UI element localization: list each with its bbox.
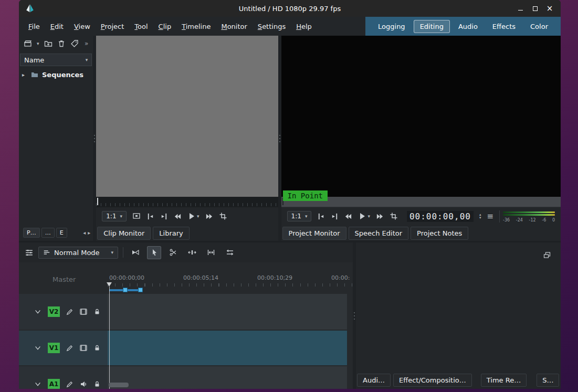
bin-tree[interactable]: ▸ Sequences xyxy=(19,66,93,226)
clip-monitor-seekbar[interactable] xyxy=(96,197,278,207)
zone-insert-icon[interactable] xyxy=(132,212,141,220)
video-track-icon[interactable] xyxy=(79,308,88,316)
add-clip-icon[interactable] xyxy=(24,39,32,48)
loop-zone-icon[interactable] xyxy=(219,212,227,220)
menu-tool[interactable]: Tool xyxy=(129,20,153,33)
collapse-track-icon[interactable] xyxy=(34,308,42,315)
playhead[interactable] xyxy=(109,287,110,389)
timeline-zone-bar[interactable] xyxy=(108,287,353,294)
zone-handle[interactable] xyxy=(138,288,143,292)
titlebar[interactable]: Untitled / HD 1080p 29.97 fps × xyxy=(19,0,561,17)
menu-clip[interactable]: Clip xyxy=(153,20,177,33)
tab-project-notes[interactable]: Project Notes xyxy=(411,227,468,240)
close-button[interactable]: × xyxy=(546,5,553,12)
tab-effect-composition-stack[interactable]: Effect/Compositio… xyxy=(393,374,472,387)
tab-project-monitor[interactable]: Project Monitor xyxy=(282,227,346,240)
collapse-track-icon[interactable] xyxy=(34,380,42,388)
timeline-horizontal-scrollbar[interactable] xyxy=(109,383,129,387)
timeline-settings-icon[interactable] xyxy=(25,248,34,257)
mix-clips-icon[interactable] xyxy=(128,246,142,259)
edit-track-icon[interactable] xyxy=(66,308,73,316)
tags-icon[interactable] xyxy=(70,39,79,48)
track-lane-v2[interactable] xyxy=(108,294,347,330)
video-track-icon[interactable] xyxy=(79,344,88,352)
monitor-menu-icon[interactable]: ≡ xyxy=(487,211,493,221)
tab-scroll-left-icon[interactable]: ◂ xyxy=(83,230,86,236)
menu-timeline[interactable]: Timeline xyxy=(176,20,216,33)
zone-handle[interactable] xyxy=(123,288,128,292)
timecode-spinner[interactable]: ▴ ▾ xyxy=(479,214,481,219)
menu-help[interactable]: Help xyxy=(291,20,317,33)
minimize-button[interactable] xyxy=(517,5,524,12)
workspace-tab-color[interactable]: Color xyxy=(524,20,554,33)
delete-icon[interactable] xyxy=(57,39,66,48)
seek-position-marker[interactable] xyxy=(97,198,98,205)
menu-view[interactable]: View xyxy=(69,20,96,33)
razor-tool-icon[interactable] xyxy=(166,246,180,259)
set-out-point-icon[interactable] xyxy=(160,213,168,220)
tab-scroll-right-icon[interactable]: ▸ xyxy=(88,230,90,236)
selection-tool-icon[interactable] xyxy=(147,246,161,259)
fast-forward-icon[interactable] xyxy=(205,213,213,220)
set-in-point-icon[interactable] xyxy=(146,213,154,220)
tree-expander-icon[interactable]: ▸ xyxy=(22,72,27,78)
track-badge[interactable]: V2 xyxy=(48,306,60,317)
workspace-tab-logging[interactable]: Logging xyxy=(372,20,412,33)
tab-time-remapping[interactable]: Time Re… xyxy=(481,374,527,387)
track-header-a1[interactable]: A1 xyxy=(19,366,108,389)
bin-tab-project[interactable]: P… xyxy=(23,228,40,238)
float-panel-icon[interactable] xyxy=(543,251,551,259)
bin-tab-e[interactable]: E xyxy=(56,228,67,238)
fast-forward-icon[interactable] xyxy=(376,213,384,220)
timeline-ruler[interactable]: 00:00:00;00 00:00:05;14 00:00:10;29 00:0… xyxy=(108,272,353,287)
tab-audio-mixer[interactable]: Audi… xyxy=(357,374,391,387)
tab-clip-monitor[interactable]: Clip Monitor xyxy=(97,227,151,240)
slip-tool-icon[interactable] xyxy=(223,246,237,259)
set-in-point-icon[interactable] xyxy=(317,213,325,220)
menu-monitor[interactable]: Monitor xyxy=(216,20,252,33)
edit-mode-select[interactable]: Normal Mode ▾ xyxy=(38,247,118,259)
timecode-display[interactable]: 00:00:00,00 xyxy=(407,211,474,222)
workspace-tab-effects[interactable]: Effects xyxy=(486,20,522,33)
master-effects-button[interactable]: Master xyxy=(52,276,76,283)
track-header-v2[interactable]: V2 xyxy=(19,294,108,330)
play-options-icon[interactable]: ▾ xyxy=(197,214,199,219)
menu-settings[interactable]: Settings xyxy=(253,20,291,33)
loop-zone-icon[interactable] xyxy=(390,212,398,220)
ripple-tool-icon[interactable] xyxy=(204,246,218,259)
lock-track-icon[interactable] xyxy=(93,344,101,352)
add-clip-dropdown-icon[interactable]: ▾ xyxy=(37,41,39,46)
menu-file[interactable]: File xyxy=(23,20,45,33)
play-icon[interactable] xyxy=(187,212,196,220)
workspace-tab-audio[interactable]: Audio xyxy=(452,20,484,33)
create-folder-icon[interactable] xyxy=(44,39,52,48)
play-options-icon[interactable]: ▾ xyxy=(367,214,370,219)
track-lane-v1[interactable] xyxy=(108,331,347,365)
track-lane-a1[interactable] xyxy=(108,366,347,389)
maximize-button[interactable] xyxy=(531,5,539,12)
spin-down-icon[interactable]: ▾ xyxy=(479,217,481,219)
toolbar-overflow-icon[interactable]: » xyxy=(85,40,88,47)
track-badge[interactable]: V1 xyxy=(48,343,60,353)
play-icon[interactable] xyxy=(358,212,366,220)
set-out-point-icon[interactable] xyxy=(331,213,339,220)
spacer-tool-icon[interactable] xyxy=(185,246,199,259)
collapse-track-icon[interactable] xyxy=(34,344,42,352)
lock-track-icon[interactable] xyxy=(93,380,101,388)
tab-subtitles[interactable]: S… xyxy=(537,374,559,387)
track-badge[interactable]: A1 xyxy=(48,379,60,389)
menu-project[interactable]: Project xyxy=(96,20,130,33)
rewind-icon[interactable] xyxy=(174,213,182,220)
edit-track-icon[interactable] xyxy=(66,380,73,388)
track-header-v1[interactable]: V1 xyxy=(19,331,108,365)
bin-item-sequences[interactable]: ▸ Sequences xyxy=(19,69,93,80)
bin-tab-middle[interactable]: … xyxy=(41,228,55,238)
clip-zoom-select[interactable]: 1:1 ▾ xyxy=(102,211,127,221)
tab-speech-editor[interactable]: Speech Editor xyxy=(349,227,409,240)
bin-sort-header[interactable]: Name ▾ xyxy=(20,54,92,66)
lock-track-icon[interactable] xyxy=(93,308,101,315)
tab-library[interactable]: Library xyxy=(153,227,189,240)
workspace-tab-editing[interactable]: Editing xyxy=(414,20,450,33)
edit-track-icon[interactable] xyxy=(66,344,73,352)
audio-track-icon[interactable] xyxy=(79,380,88,388)
